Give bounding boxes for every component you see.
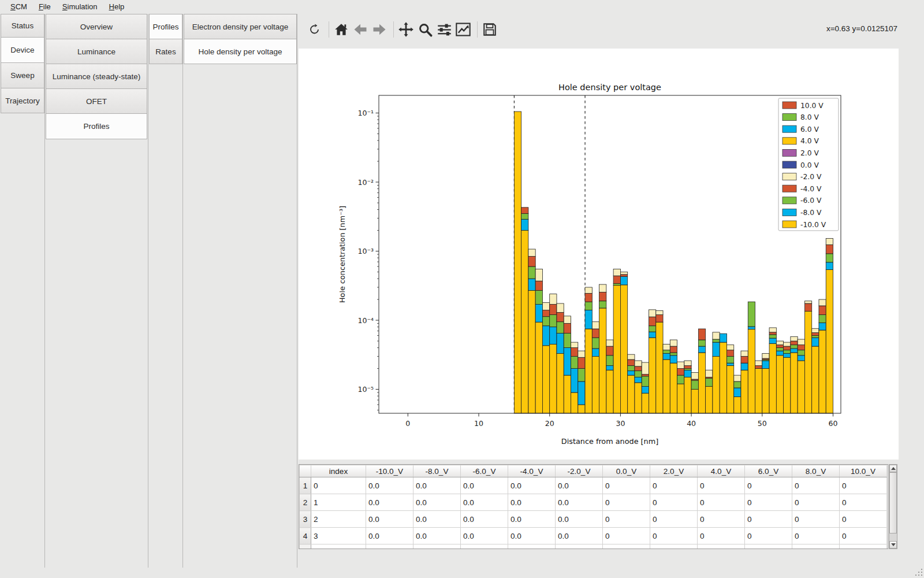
pan-icon[interactable] xyxy=(397,21,415,38)
column-header[interactable]: 2.0_V xyxy=(650,465,698,477)
column-header[interactable]: -2.0_V xyxy=(556,465,603,477)
table-cell[interactable]: 0.0 xyxy=(556,477,603,494)
table-cell[interactable]: 0 xyxy=(840,477,887,494)
table-cell[interactable]: 0 xyxy=(745,494,792,511)
table-cell[interactable]: 1 xyxy=(311,494,366,511)
tab-hole-density-per-voltage[interactable]: Hole density per voltage xyxy=(184,39,297,64)
table-cell[interactable]: 0 xyxy=(698,494,745,511)
column-header[interactable]: -4.0_V xyxy=(508,465,556,477)
row-header[interactable]: 5 xyxy=(300,544,311,550)
table-cell[interactable]: 0 xyxy=(745,544,792,550)
table-cell[interactable]: 0 xyxy=(840,494,887,511)
corner-header[interactable] xyxy=(300,465,311,477)
table-cell[interactable]: 0 xyxy=(603,544,650,550)
scrollbar-thumb[interactable] xyxy=(889,472,897,533)
table-cell[interactable]: 0.0 xyxy=(366,477,413,494)
table-cell[interactable]: 0.0 xyxy=(556,544,603,550)
row-header[interactable]: 4 xyxy=(300,528,311,544)
tab-trajectory[interactable]: Trajectory xyxy=(1,88,44,113)
table-cell[interactable]: 0.0 xyxy=(461,477,508,494)
table-cell[interactable]: 0 xyxy=(792,544,840,550)
menu-item-file[interactable]: File xyxy=(34,1,55,12)
table-cell[interactable]: 0 xyxy=(603,477,650,494)
table-cell[interactable]: 0.0 xyxy=(413,544,461,550)
column-header[interactable]: 10.0_V xyxy=(840,465,887,477)
table-cell[interactable]: 0 xyxy=(603,528,650,544)
table-cell[interactable]: 0 xyxy=(840,528,887,544)
table-cell[interactable]: 0 xyxy=(698,528,745,544)
table-cell[interactable]: 0.0 xyxy=(366,511,413,528)
table-cell[interactable]: 0 xyxy=(745,477,792,494)
refresh-icon[interactable] xyxy=(306,21,323,38)
table-cell[interactable]: 0 xyxy=(792,528,840,544)
table-cell[interactable]: 0 xyxy=(745,511,792,528)
table-cell[interactable]: 0 xyxy=(603,494,650,511)
table-cell[interactable]: 0 xyxy=(650,477,698,494)
table-cell[interactable]: 0 xyxy=(650,528,698,544)
resize-grip[interactable] xyxy=(914,568,922,576)
table-cell[interactable]: 0.0 xyxy=(508,544,556,550)
column-header[interactable]: 8.0_V xyxy=(792,465,840,477)
tab-luminance[interactable]: Luminance xyxy=(46,39,147,64)
table-cell[interactable]: 0.0 xyxy=(461,511,508,528)
table-cell[interactable]: 0.0 xyxy=(556,494,603,511)
table-cell[interactable]: 0.0 xyxy=(508,477,556,494)
table-cell[interactable]: 0.0 xyxy=(413,511,461,528)
table-cell[interactable]: 2 xyxy=(311,511,366,528)
table-cell[interactable]: 0.0 xyxy=(556,528,603,544)
profile-data-table[interactable]: index-10.0_V-8.0_V-6.0_V-4.0_V-2.0_V0.0_… xyxy=(299,464,888,549)
table-cell[interactable]: 3 xyxy=(311,528,366,544)
plot-canvas[interactable]: 10⁻¹10⁻²10⁻³10⁻⁴10⁻⁵0102030405060Hole de… xyxy=(299,49,899,460)
table-cell[interactable]: 0 xyxy=(792,511,840,528)
table-cell[interactable]: 0 xyxy=(698,511,745,528)
menu-item-help[interactable]: Help xyxy=(105,1,129,12)
column-header[interactable]: -6.0_V xyxy=(461,465,508,477)
tab-sweep[interactable]: Sweep xyxy=(1,62,44,88)
table-cell[interactable]: 0 xyxy=(650,511,698,528)
tab-device[interactable]: Device xyxy=(1,37,44,63)
column-header[interactable]: 6.0_V xyxy=(745,465,792,477)
tab-electron-density-per-voltage[interactable]: Electron density per voltage xyxy=(184,14,297,39)
tab-ofet[interactable]: OFET xyxy=(46,88,147,114)
table-cell[interactable]: 0.0 xyxy=(366,544,413,550)
table-cell[interactable]: 0 xyxy=(698,477,745,494)
column-header[interactable]: -10.0_V xyxy=(366,465,413,477)
table-cell[interactable]: 0.0 xyxy=(508,528,556,544)
tab-luminance-steady-state-[interactable]: Luminance (steady-state) xyxy=(46,64,147,89)
table-cell[interactable]: 0.0 xyxy=(366,528,413,544)
home-icon[interactable] xyxy=(333,21,350,38)
column-header[interactable]: 4.0_V xyxy=(698,465,745,477)
table-scrollbar[interactable] xyxy=(889,464,897,549)
table-cell[interactable]: 0 xyxy=(840,511,887,528)
scroll-down-icon[interactable] xyxy=(889,541,897,549)
table-cell[interactable]: 0.0 xyxy=(413,528,461,544)
table-cell[interactable]: 0 xyxy=(603,511,650,528)
table-cell[interactable]: 0 xyxy=(792,494,840,511)
table-cell[interactable]: 0.0 xyxy=(461,544,508,550)
menu-item-scm[interactable]: SCM xyxy=(6,1,32,12)
row-header[interactable]: 1 xyxy=(300,477,311,494)
table-cell[interactable]: 0.0 xyxy=(413,477,461,494)
table-cell[interactable]: 0 xyxy=(840,544,887,550)
back-icon[interactable] xyxy=(352,21,369,38)
forward-icon[interactable] xyxy=(371,21,388,38)
table-cell[interactable]: 0 xyxy=(650,544,698,550)
table-cell[interactable]: 0.0 xyxy=(556,511,603,528)
table-cell[interactable]: 0 xyxy=(311,477,366,494)
row-header[interactable]: 3 xyxy=(300,511,311,528)
table-cell[interactable]: 0.0 xyxy=(508,511,556,528)
table-cell[interactable]: 0.0 xyxy=(461,528,508,544)
save-icon[interactable] xyxy=(481,21,498,38)
column-header[interactable]: -8.0_V xyxy=(413,465,461,477)
table-cell[interactable]: 0 xyxy=(698,544,745,550)
table-cell[interactable]: 0 xyxy=(792,477,840,494)
tab-status[interactable]: Status xyxy=(1,14,44,38)
table-cell[interactable]: 0.0 xyxy=(508,494,556,511)
tab-rates[interactable]: Rates xyxy=(149,39,182,64)
subplot-sliders-icon[interactable] xyxy=(435,21,453,38)
table-cell[interactable]: 0.0 xyxy=(413,494,461,511)
tab-profiles[interactable]: Profiles xyxy=(149,14,182,39)
column-header[interactable]: 0.0_V xyxy=(603,465,650,477)
table-cell[interactable]: 0.0 xyxy=(366,494,413,511)
tab-overview[interactable]: Overview xyxy=(46,14,147,39)
